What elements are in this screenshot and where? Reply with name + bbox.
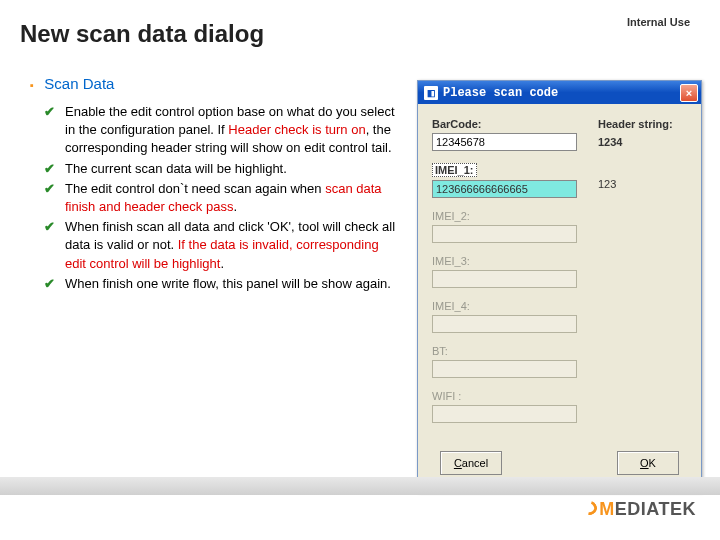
section-heading: Scan Data [44, 75, 114, 92]
wifi-group: WIFI : [432, 390, 582, 423]
imei3-group: IMEI_3: [432, 255, 582, 288]
close-icon[interactable]: × [680, 84, 698, 102]
bullet-text: The edit control don`t need scan again w… [65, 180, 400, 216]
bt-input [432, 360, 577, 378]
barcode-header-value: 1234 [598, 136, 688, 148]
imei4-label: IMEI_4: [432, 300, 582, 312]
cancel-rest: ancel [462, 457, 488, 469]
barcode-label: BarCode: [432, 118, 582, 130]
ok-button[interactable]: OK [617, 451, 679, 475]
app-icon: ◧ [424, 86, 438, 100]
bt-group: BT: [432, 345, 582, 378]
imei1-input[interactable] [432, 180, 577, 198]
logo-rest: EDIATEK [615, 499, 696, 519]
barcode-group: BarCode: [432, 118, 582, 151]
content-body: ▪ Scan Data ✔Enable the edit control opt… [30, 75, 400, 295]
imei1-label: IMEI_1: [432, 163, 477, 177]
check-icon: ✔ [44, 180, 55, 216]
bullet-text: When finish one write flow, this panel w… [65, 275, 391, 293]
imei2-input [432, 225, 577, 243]
wifi-label: WIFI : [432, 390, 582, 402]
dialog-body: BarCode: IMEI_1: IMEI_2: IMEI_3: IMEI_4:… [418, 104, 701, 491]
imei2-label: IMEI_2: [432, 210, 582, 222]
titlebar: ◧ Please scan code × [418, 81, 701, 104]
imei3-label: IMEI_3: [432, 255, 582, 267]
check-icon: ✔ [44, 103, 55, 158]
logo-swoosh-icon [581, 498, 600, 517]
bullet-list: ✔Enable the edit control option base on … [30, 103, 400, 293]
check-icon: ✔ [44, 218, 55, 273]
page-title: New scan data dialog [20, 20, 264, 48]
scan-code-dialog: ◧ Please scan code × BarCode: IMEI_1: IM… [417, 80, 702, 492]
barcode-input[interactable] [432, 133, 577, 151]
ok-rest: K [649, 457, 656, 469]
imei4-group: IMEI_4: [432, 300, 582, 333]
bullet-text: Enable the edit control option base on w… [65, 103, 400, 158]
bullet-text: The current scan data will be highlight. [65, 160, 287, 178]
check-icon: ✔ [44, 275, 55, 293]
mediatek-logo: MEDIATEK [583, 499, 696, 520]
bullet-text: When finish scan all data and click 'OK'… [65, 218, 400, 273]
imei2-group: IMEI_2: [432, 210, 582, 243]
bullet-item: ✔The edit control don`t need scan again … [44, 180, 400, 216]
check-icon: ✔ [44, 160, 55, 178]
cancel-button[interactable]: Cancel [440, 451, 502, 475]
header-string-label: Header string: [598, 118, 688, 130]
bullet-item: ✔The current scan data will be highlight… [44, 160, 400, 178]
bullet-square-icon: ▪ [30, 79, 34, 91]
bt-label: BT: [432, 345, 582, 357]
classification-label: Internal Use [627, 16, 690, 28]
imei1-group: IMEI_1: [432, 163, 582, 198]
wifi-input [432, 405, 577, 423]
imei1-header-value: 123 [598, 178, 688, 190]
imei4-input [432, 315, 577, 333]
bullet-item: ✔When finish one write flow, this panel … [44, 275, 400, 293]
fields-column: BarCode: IMEI_1: IMEI_2: IMEI_3: IMEI_4:… [432, 118, 582, 435]
footer-band [0, 477, 720, 495]
header-column: Header string: 1234 123 [598, 118, 688, 190]
titlebar-text: Please scan code [443, 86, 680, 100]
imei3-input [432, 270, 577, 288]
section-heading-row: ▪ Scan Data [30, 75, 400, 93]
bullet-item: ✔Enable the edit control option base on … [44, 103, 400, 158]
logo-m: M [599, 499, 615, 519]
bullet-item: ✔When finish scan all data and click 'OK… [44, 218, 400, 273]
